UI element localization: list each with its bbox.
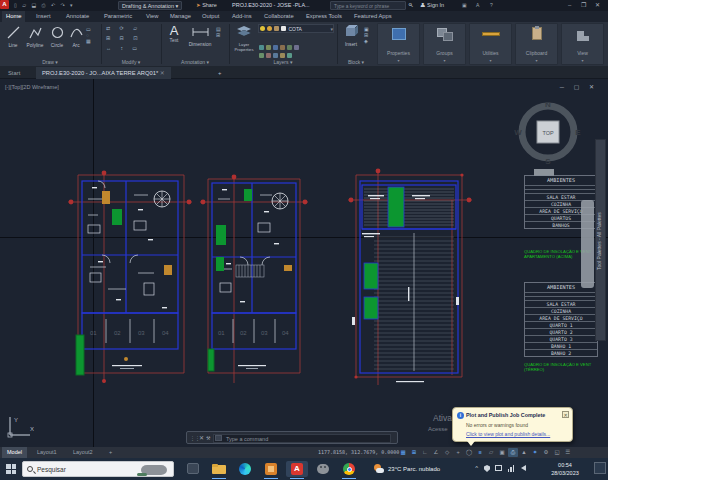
layout-tab-layout2[interactable]: Layout2 [68,447,98,458]
autodesk-icon[interactable]: A [476,1,481,10]
layers-panel-label[interactable]: Layers ▾ [230,59,336,65]
file-tab-start[interactable]: Start [2,67,26,79]
annotation-scale-icon[interactable]: ▲ [519,448,529,457]
panel-utilities[interactable]: Utilities▾ [469,23,512,65]
taskbar-weather[interactable]: 23°C Parc. nublado [388,462,440,476]
command-input[interactable]: Type a command [213,434,391,443]
viewport-controls-label[interactable]: [-][Top][2D Wireframe] [5,84,59,90]
help-search-input[interactable]: Type a keyword or phrase [330,1,406,10]
taskbar-app-orange-icon[interactable] [260,461,282,477]
block-extra-tools[interactable]: ▣⊞◈ [364,26,369,44]
viewcube-east[interactable]: E [575,128,581,137]
command-close-icon[interactable]: ✕ [199,432,204,445]
viewcube-west[interactable]: W [514,128,522,137]
tab-view[interactable]: View [142,11,162,22]
object-snap-icon[interactable]: ◯ [464,448,474,457]
taskbar-search-box[interactable]: Pesquisar [22,461,174,477]
restore-button[interactable]: ❐ [581,1,586,10]
network-icon[interactable] [508,465,515,472]
grid-display-icon[interactable]: ⊞ [409,448,419,457]
taskbar-chrome-icon[interactable] [338,461,360,477]
workspace-dropdown[interactable]: Drafting & Annotation ▾ [118,1,182,10]
notification-close-icon[interactable]: ✕ [562,411,569,418]
file-tab-document[interactable]: PROJ.E30-2020 - JO...AIXA TERRE ARQ01* ✕ [36,67,171,79]
annotation-panel-label[interactable]: Annotation ▾ [162,59,228,65]
tab-home[interactable]: Home [2,11,25,22]
file-tab-close-icon[interactable]: ✕ [160,70,165,76]
panel-properties[interactable]: Properties▾ [377,23,420,65]
tab-featured-apps[interactable]: Featured Apps [350,11,396,22]
insert-tool[interactable]: Insert [341,24,361,47]
modify-panel-label[interactable]: Modify ▾ [102,59,160,65]
help-icon[interactable]: ? [490,1,495,10]
layout-tab-layout1[interactable]: Layout1 [32,447,62,458]
taskbar-app-window-icon[interactable] [182,461,204,477]
sign-in-button[interactable]: 👤︎ Sign In [420,1,444,10]
layer-properties-button[interactable]: Layer Properties [232,24,256,52]
viewcube-north[interactable]: N [545,100,551,109]
text-tool[interactable]: A Text [166,24,182,43]
annotation-visibility-icon[interactable]: ✦ [530,448,540,457]
start-button[interactable] [6,464,16,474]
viewport-window-buttons[interactable]: ─ ▢ ✕ [560,83,598,90]
polar-tracking-icon[interactable]: ∠ [431,448,441,457]
notification-link[interactable]: Click to view plot and publish details..… [466,431,550,437]
selection-cycling-icon[interactable]: ▣ [497,448,507,457]
tab-insert[interactable]: Insert [32,11,55,22]
tab-output[interactable]: Output [198,11,223,22]
quick-access-toolbar[interactable]: ▯ ▱ ⬓ ⎙ ↶ ↷ ▾ [14,1,75,10]
block-panel-label[interactable]: Block ▾ [338,59,374,65]
show-desktop-icon[interactable] [594,462,606,474]
plot-icon[interactable]: ⎙ [508,448,518,457]
ortho-mode-icon[interactable]: ∟ [420,448,430,457]
autocad-logo-icon[interactable]: A [0,0,9,9]
store-icon[interactable]: ▣ [462,1,469,10]
search-icon[interactable]: 🔍︎ [408,1,414,10]
tab-manage[interactable]: Manage [166,11,195,22]
clean-screen-icon[interactable]: ☰ [563,448,573,457]
workspace-switching-icon[interactable]: ⚙ [541,448,551,457]
command-prompt-icon[interactable] [215,435,222,441]
draw-panel-label[interactable]: Draw ▾ [0,59,100,65]
tab-express-tools[interactable]: Express Tools [302,11,346,22]
command-line-dock[interactable]: ⋮⋮ ✕ ⚒ Type a command [186,431,398,444]
share-button[interactable]: ➤ Share [196,1,217,10]
minimize-button[interactable]: – [568,1,571,10]
circle-tool[interactable]: Circle [48,25,66,48]
arc-tool[interactable]: Arc [68,25,84,48]
modify-tools-row2[interactable]: ⊞ ⊟ ⊡ [106,35,141,41]
snap-mode-icon[interactable]: ▦ [398,448,408,457]
polyline-tool[interactable]: Polyline [24,25,46,48]
layout-tab-model[interactable]: Model [2,447,27,458]
tab-collaborate[interactable]: Collaborate [260,11,298,22]
panel-view[interactable]: View▾ [561,23,604,65]
taskbar-clock[interactable]: 00:54 28/03/2023 [544,461,586,477]
viewcube[interactable]: TOP N S W E [514,97,582,167]
tab-annotate[interactable]: Annotate [62,11,93,22]
taskbar-app-gray-icon[interactable] [312,461,334,477]
taskbar-edge-icon[interactable] [234,461,256,477]
layer-dropdown[interactable]: COTA ▾ [258,24,334,33]
tab-addins[interactable]: Add-ins [228,11,256,22]
drawing-canvas[interactable]: [-][Top][2D Wireframe] ─ ▢ ✕ TOP N S W E [0,79,608,447]
new-layout-button[interactable]: + [104,447,117,458]
isodraft-icon[interactable]: ◇ [442,448,452,457]
tray-app-icon[interactable] [495,465,502,471]
command-customize-icon[interactable]: ⚒ [206,432,210,445]
viewcube-south[interactable]: S [545,157,551,166]
hidden-icons-chevron[interactable]: ^ [475,465,478,471]
close-button[interactable]: ✕ [595,1,600,10]
volume-icon[interactable] [521,465,526,471]
line-tool[interactable]: Line [4,25,22,48]
taskbar-file-explorer-icon[interactable] [208,461,230,477]
taskbar-autocad-icon[interactable]: A [286,461,308,477]
tool-palettes-scrollbar[interactable] [581,200,594,288]
new-tab-button[interactable]: + [212,67,227,79]
viewcube-top-face[interactable]: TOP [542,130,554,136]
osnap-tracking-icon[interactable]: + [453,448,463,457]
isolate-objects-icon[interactable]: ◱ [552,448,562,457]
dimension-tool[interactable]: Dimension [186,24,214,47]
modify-tools-row3[interactable]: ↔ ↕ ▭ [106,45,141,51]
transparency-icon[interactable]: ▱ [486,448,496,457]
tool-palettes-titlebar[interactable]: Tool Palettes - All Palettes [595,139,606,341]
